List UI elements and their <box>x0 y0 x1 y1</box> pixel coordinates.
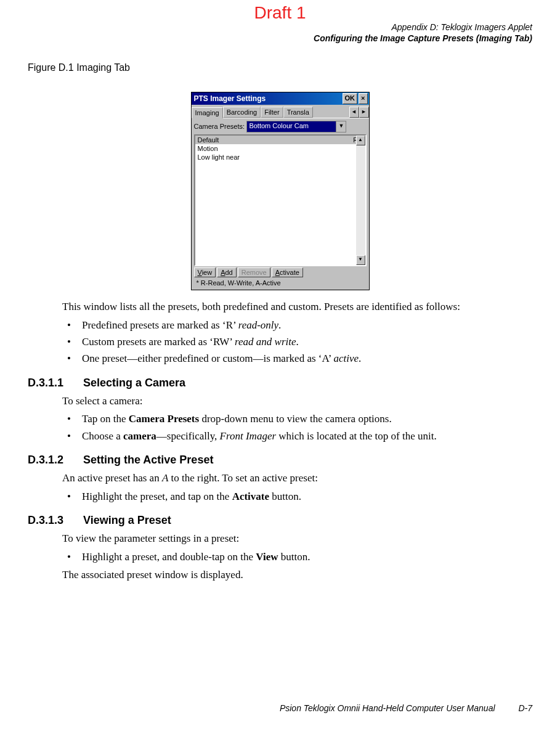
tab-scroll-left-icon[interactable]: ◄ <box>349 107 359 118</box>
list-item: Custom presets are marked as ‘RW’ read a… <box>62 335 526 348</box>
bullet-list: Predefined presets are marked as ‘R’ rea… <box>62 319 526 365</box>
watermark-draft: Draft 1 <box>254 3 306 23</box>
bullet-list: Highlight a preset, and double-tap on th… <box>62 550 526 563</box>
footer-title: Psion Teklogix Omnii Hand-Held Computer … <box>280 703 495 713</box>
section-number: D.3.1.3 <box>28 514 83 527</box>
camera-presets-selected: Bottom Colour Cam <box>247 121 336 132</box>
scrollbar[interactable]: ▲ ▼ <box>356 136 365 265</box>
view-button[interactable]: View <box>194 267 216 277</box>
heading-d313: D.3.1.3 Viewing a Preset <box>28 514 532 527</box>
preset-name: Low light near <box>198 153 358 161</box>
list-item: Highlight the preset, and tap on the Act… <box>62 490 526 503</box>
tab-page: Camera Presets: Bottom Colour Cam ▼ Defa… <box>192 118 369 290</box>
figure-caption: Figure D.1 Imaging Tab <box>28 62 532 73</box>
header-line-appendix: Appendix D: Teklogix Imagers Applet <box>28 22 532 33</box>
list-item[interactable]: Low light near R <box>195 153 365 161</box>
section-title: Viewing a Preset <box>83 514 171 527</box>
titlebar: PTS Imager Settings OK × <box>192 92 369 105</box>
section-title: Setting the Active Preset <box>83 454 213 467</box>
ok-button[interactable]: OK <box>343 93 358 104</box>
bullet-list: Highlight the preset, and tap on the Act… <box>62 490 526 503</box>
section-number: D.3.1.2 <box>28 454 83 467</box>
heading-d311: D.3.1.1 Selecting a Camera <box>28 377 532 389</box>
list-item[interactable]: Motion R <box>195 144 365 153</box>
section-number: D.3.1.1 <box>28 377 83 389</box>
tab-scroll-right-icon[interactable]: ► <box>359 107 369 118</box>
list-item: Highlight a preset, and double-tap on th… <box>62 550 526 563</box>
tab-filter[interactable]: Filter <box>261 107 283 118</box>
body-text: This window lists all the presets, both … <box>62 300 526 314</box>
tab-barcoding[interactable]: Barcoding <box>223 107 261 118</box>
preset-name: Motion <box>198 144 358 153</box>
header-line-section: Configuring the Image Capture Presets (I… <box>28 33 532 44</box>
body-text: An active preset has an A to the right. … <box>62 471 526 485</box>
scroll-up-icon[interactable]: ▲ <box>356 136 365 145</box>
preset-legend: * R-Read, W-Write, A-Active <box>194 279 367 288</box>
page-number: D-7 <box>518 703 532 713</box>
page-footer: Psion Teklogix Omnii Hand-Held Computer … <box>280 703 532 713</box>
body-text: To select a camera: <box>62 394 526 408</box>
list-item: One preset—either predefined or custom—i… <box>62 352 526 365</box>
section-title: Selecting a Camera <box>83 377 185 389</box>
button-row: View Add Remove Activate <box>194 266 367 279</box>
remove-button: Remove <box>238 267 270 277</box>
preset-listbox[interactable]: Default RA Motion R Low light near R ▲ ▼ <box>194 134 367 266</box>
app-window: PTS Imager Settings OK × Imaging Barcodi… <box>191 92 370 290</box>
preset-name: Default <box>198 136 354 144</box>
bullet-list: Tap on the Camera Presets drop-down menu… <box>62 412 526 442</box>
scroll-down-icon[interactable]: ▼ <box>356 255 365 265</box>
body-text: The associated preset window is displaye… <box>62 568 526 582</box>
list-item: Predefined presets are marked as ‘R’ rea… <box>62 319 526 332</box>
window-title: PTS Imager Settings <box>194 94 341 103</box>
list-item[interactable]: Default RA <box>195 136 365 144</box>
list-item: Tap on the Camera Presets drop-down menu… <box>62 412 526 425</box>
list-item: Choose a camera—specifically, Front Imag… <box>62 430 526 442</box>
camera-presets-combo[interactable]: Bottom Colour Cam ▼ <box>246 121 346 133</box>
running-header: Appendix D: Teklogix Imagers Applet Conf… <box>28 22 532 44</box>
screenshot-container: PTS Imager Settings OK × Imaging Barcodi… <box>28 92 532 290</box>
heading-d312: D.3.1.2 Setting the Active Preset <box>28 454 532 467</box>
camera-presets-label: Camera Presets: <box>194 123 245 130</box>
scroll-track[interactable] <box>356 145 365 255</box>
add-button[interactable]: Add <box>217 267 237 277</box>
body-text: To view the parameter settings in a pres… <box>62 532 526 545</box>
close-button[interactable]: × <box>359 93 367 104</box>
tab-imaging[interactable]: Imaging <box>192 107 223 118</box>
tab-strip: Imaging Barcoding Filter Transla ◄ ► <box>192 105 369 118</box>
tab-translate[interactable]: Transla <box>283 107 313 118</box>
activate-button[interactable]: Activate <box>272 267 303 277</box>
chevron-down-icon[interactable]: ▼ <box>336 121 346 132</box>
